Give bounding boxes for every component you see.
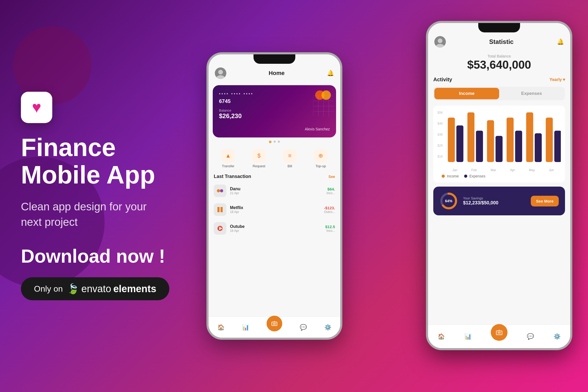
activity-title: Activity xyxy=(433,77,452,83)
stat-nav-chart[interactable]: 📊 xyxy=(464,333,471,340)
metflix-name: Metflix xyxy=(230,205,320,210)
savings-card: 64% Your Savings $12,233/$50,000 See Mor… xyxy=(433,187,565,215)
outube-value: $12.5 xyxy=(325,224,335,229)
month-may: May xyxy=(529,168,535,172)
topup-label: Top-up xyxy=(315,164,326,168)
nav-messages[interactable]: 💬 xyxy=(300,324,307,331)
y-label-2k: $2K xyxy=(437,144,443,147)
svg-rect-20 xyxy=(273,323,276,325)
bar-income-feb xyxy=(468,112,475,162)
outube-amount: $12.5 Inco... xyxy=(325,224,335,233)
legend-income-label: Income xyxy=(447,174,459,178)
see-all-link[interactable]: See xyxy=(328,175,335,179)
svg-point-11 xyxy=(217,189,220,192)
metflix-type: Outco... xyxy=(324,210,335,214)
stat-nav-home[interactable]: 🏠 xyxy=(438,333,445,340)
svg-point-23 xyxy=(436,44,444,48)
bell-icon[interactable]: 🔔 xyxy=(327,70,334,77)
bill-label: Bill xyxy=(287,164,292,168)
metflix-info: Metflix 18 Apr xyxy=(230,205,320,214)
qa-request[interactable]: $ Request xyxy=(252,149,266,168)
nav-chart[interactable]: 📊 xyxy=(242,324,249,331)
month-jun: Jun xyxy=(549,168,554,172)
transactions-section-header: Last Transaction See xyxy=(209,171,340,181)
qa-topup[interactable]: ⊕ Top-up xyxy=(314,149,327,168)
y-label-1k: $1K xyxy=(437,155,443,158)
phone-notch-2 xyxy=(478,23,520,32)
card-owner-name: Alexis Sanchez xyxy=(305,127,330,131)
qa-transfer[interactable]: ▲ Transfer xyxy=(221,149,235,168)
metflix-value: -$123. xyxy=(324,206,335,210)
stat-nav-settings[interactable]: ⚙️ xyxy=(554,333,561,340)
y-label-3k: $3K xyxy=(437,133,443,136)
envato-logo: 🍃 envato elements xyxy=(67,283,156,295)
stat-fab-button[interactable] xyxy=(491,324,508,341)
envato-elements-label: elements xyxy=(113,283,156,295)
bar-income-jan xyxy=(448,118,455,162)
home-bottom-nav: 🏠 📊 💬 ⚙️ xyxy=(209,317,340,338)
nav-home[interactable]: 🏠 xyxy=(217,324,224,331)
envato-leaf-icon: 🍃 xyxy=(67,283,79,295)
metflix-icon xyxy=(214,203,226,216)
y-label-5k: $5K xyxy=(437,111,443,114)
card-page-indicator xyxy=(209,141,340,143)
statistic-screen: Statistic 🔔 Total Balance $53,640,000 Ac… xyxy=(428,23,570,348)
svg-point-22 xyxy=(438,38,442,43)
bill-icon: ≡ xyxy=(283,149,297,163)
tab-income[interactable]: Income xyxy=(434,88,499,99)
legend-expense-dot xyxy=(464,175,467,178)
envato-badge[interactable]: Only on 🍃 envato elements xyxy=(21,277,169,300)
savings-amount: $12,233/$50,000 xyxy=(463,200,526,206)
month-jan: Jan xyxy=(452,168,457,172)
phone-home: Home 🔔 xyxy=(206,52,342,340)
fab-button[interactable] xyxy=(267,316,282,331)
savings-label: Your Savings xyxy=(463,196,526,200)
envato-only-label: Only on xyxy=(34,284,63,294)
bar-income-apr xyxy=(506,118,514,162)
tab-expenses[interactable]: Expenses xyxy=(499,88,564,99)
svg-rect-13 xyxy=(214,203,226,216)
statistic-title: Statistic xyxy=(489,38,514,45)
heart-icon: ♥ xyxy=(32,98,41,116)
headline-group: FinanceMobile App xyxy=(21,134,178,189)
svg-point-0 xyxy=(218,70,223,74)
transaction-outube: Outube 16 Apr $12.5 Inco... xyxy=(209,219,340,238)
nav-settings[interactable]: ⚙️ xyxy=(324,324,331,331)
danu-info: Danu 21 Apr xyxy=(230,187,323,195)
activity-tabs: Income Expenses xyxy=(433,87,565,100)
yearly-filter-button[interactable]: Yearly ▾ xyxy=(550,77,565,82)
bar-expense-may xyxy=(535,133,542,162)
savings-percentage: 64% xyxy=(445,199,452,203)
request-icon: $ xyxy=(252,149,266,163)
bar-expense-jun xyxy=(554,131,561,162)
bank-card: •••• •••• •••• 6745 Balance $26,230 Alex… xyxy=(213,85,336,137)
phone-notch-1 xyxy=(253,54,295,64)
activity-header: Activity Yearly ▾ xyxy=(433,77,565,83)
topup-icon: ⊕ xyxy=(314,149,327,163)
outube-type: Inco... xyxy=(325,229,335,233)
card-dot-2 xyxy=(278,141,280,143)
bar-expense-jan xyxy=(456,125,463,162)
month-feb: Feb xyxy=(471,168,477,172)
qa-bill[interactable]: ≡ Bill xyxy=(283,149,297,168)
outube-name: Outube xyxy=(230,224,321,229)
bar-expense-apr xyxy=(515,131,522,162)
stat-nav-messages[interactable]: 💬 xyxy=(527,333,534,340)
legend-expense-label: Expenses xyxy=(469,174,485,178)
metflix-date: 18 Apr xyxy=(230,210,320,214)
svg-point-12 xyxy=(220,189,223,192)
danu-value: $64. xyxy=(326,187,335,191)
legend-expense: Expenses xyxy=(464,174,485,178)
chart-month-labels: Jan Feb Mar Apr May Jun xyxy=(445,168,561,172)
transfer-icon: ▲ xyxy=(221,149,235,163)
download-cta: Download now ! xyxy=(21,245,178,267)
y-label-4k: $4K xyxy=(437,122,443,125)
chevron-down-icon: ▾ xyxy=(563,77,565,82)
envato-brand-name: envato xyxy=(81,283,111,295)
subtitle: Clean app design for yournext project xyxy=(21,199,178,230)
home-screen: Home 🔔 xyxy=(209,54,340,338)
svg-rect-33 xyxy=(498,332,501,334)
total-balance-amount: $53,640,000 xyxy=(434,58,564,71)
stat-bell-icon[interactable]: 🔔 xyxy=(557,38,564,45)
see-more-button[interactable]: See More xyxy=(531,196,559,206)
